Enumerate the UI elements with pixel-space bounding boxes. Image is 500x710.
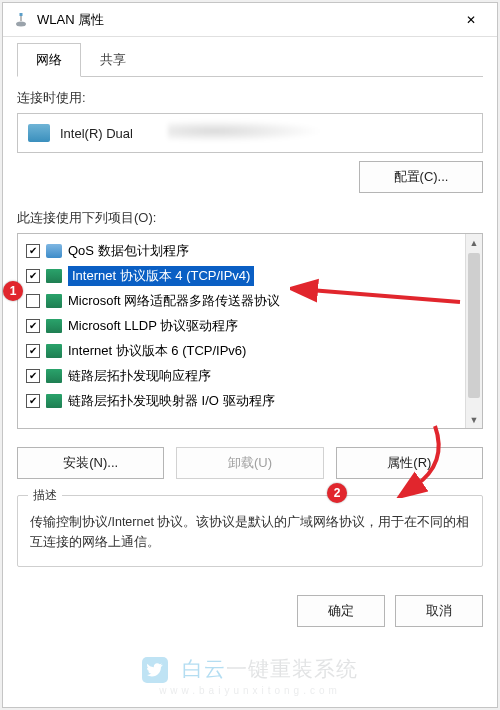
component-checkbox[interactable] — [26, 394, 40, 408]
protocol-icon — [46, 344, 62, 358]
titlebar: WLAN 属性 ✕ — [3, 3, 497, 37]
wlan-properties-dialog: WLAN 属性 ✕ 网络 共享 连接时使用: Intel(R) Dual 配置(… — [2, 2, 498, 708]
scroll-thumb[interactable] — [468, 253, 480, 398]
window-title: WLAN 属性 — [37, 11, 449, 29]
svg-point-2 — [16, 21, 26, 26]
adapter-box: Intel(R) Dual — [17, 113, 483, 153]
component-checkbox[interactable] — [26, 269, 40, 283]
component-row-2[interactable]: Microsoft 网络适配器多路传送器协议 — [20, 288, 480, 313]
svg-rect-0 — [20, 13, 23, 16]
component-row-3[interactable]: Microsoft LLDP 协议驱动程序 — [20, 313, 480, 338]
description-title: 描述 — [28, 487, 62, 504]
adapter-card-icon — [28, 124, 50, 142]
svg-rect-1 — [21, 16, 22, 21]
description-group: 描述 传输控制协议/Internet 协议。该协议是默认的广域网络协议，用于在不… — [17, 495, 483, 567]
component-label: Microsoft LLDP 协议驱动程序 — [68, 317, 238, 335]
ok-button[interactable]: 确定 — [297, 595, 385, 627]
annotation-marker-2: 2 — [327, 483, 347, 503]
content-area: 网络 共享 连接时使用: Intel(R) Dual 配置(C)... 此连接使… — [3, 37, 497, 707]
protocol-icon — [46, 369, 62, 383]
close-icon: ✕ — [466, 13, 476, 27]
component-row-5[interactable]: 链路层拓扑发现响应程序 — [20, 363, 480, 388]
redacted-smudge — [168, 120, 323, 142]
scroll-down-button[interactable]: ▼ — [466, 411, 482, 428]
configure-button[interactable]: 配置(C)... — [359, 161, 483, 193]
protocol-icon — [46, 394, 62, 408]
component-row-1[interactable]: Internet 协议版本 4 (TCP/IPv4) — [20, 263, 480, 288]
component-checkbox[interactable] — [26, 319, 40, 333]
uninstall-button: 卸载(U) — [176, 447, 323, 479]
protocol-icon — [46, 319, 62, 333]
components-label: 此连接使用下列项目(O): — [17, 209, 483, 227]
scroll-track[interactable] — [466, 251, 482, 411]
network-adapter-icon — [13, 12, 29, 28]
component-row-4[interactable]: Internet 协议版本 6 (TCP/IPv6) — [20, 338, 480, 363]
component-label: Internet 协议版本 6 (TCP/IPv6) — [68, 342, 246, 360]
component-row-6[interactable]: 链路层拓扑发现映射器 I/O 驱动程序 — [20, 388, 480, 413]
annotation-marker-1: 1 — [3, 281, 23, 301]
component-label: Microsoft 网络适配器多路传送器协议 — [68, 292, 280, 310]
tab-sharing[interactable]: 共享 — [81, 43, 145, 77]
component-checkbox[interactable] — [26, 369, 40, 383]
adapter-name: Intel(R) Dual — [60, 126, 133, 141]
cancel-button[interactable]: 取消 — [395, 595, 483, 627]
component-label: 链路层拓扑发现响应程序 — [68, 367, 211, 385]
component-checkbox[interactable] — [26, 344, 40, 358]
component-label: 链路层拓扑发现映射器 I/O 驱动程序 — [68, 392, 275, 410]
properties-button[interactable]: 属性(R) — [336, 447, 483, 479]
component-label: Internet 协议版本 4 (TCP/IPv4) — [68, 266, 254, 286]
component-checkbox[interactable] — [26, 294, 40, 308]
protocol-icon — [46, 294, 62, 308]
connect-using-label: 连接时使用: — [17, 89, 483, 107]
components-listbox[interactable]: QoS 数据包计划程序Internet 协议版本 4 (TCP/IPv4)Mic… — [17, 233, 483, 429]
close-button[interactable]: ✕ — [449, 5, 493, 35]
description-text: 传输控制协议/Internet 协议。该协议是默认的广域网络协议，用于在不同的相… — [30, 512, 470, 552]
component-label: QoS 数据包计划程序 — [68, 242, 189, 260]
tab-bar: 网络 共享 — [17, 43, 483, 77]
component-row-0[interactable]: QoS 数据包计划程序 — [20, 238, 480, 263]
install-button[interactable]: 安装(N)... — [17, 447, 164, 479]
protocol-icon — [46, 269, 62, 283]
scroll-up-button[interactable]: ▲ — [466, 234, 482, 251]
dialog-footer: 确定 取消 — [17, 595, 483, 631]
list-scrollbar[interactable]: ▲ ▼ — [465, 234, 482, 428]
qos-icon — [46, 244, 62, 258]
tab-network[interactable]: 网络 — [17, 43, 81, 77]
component-checkbox[interactable] — [26, 244, 40, 258]
